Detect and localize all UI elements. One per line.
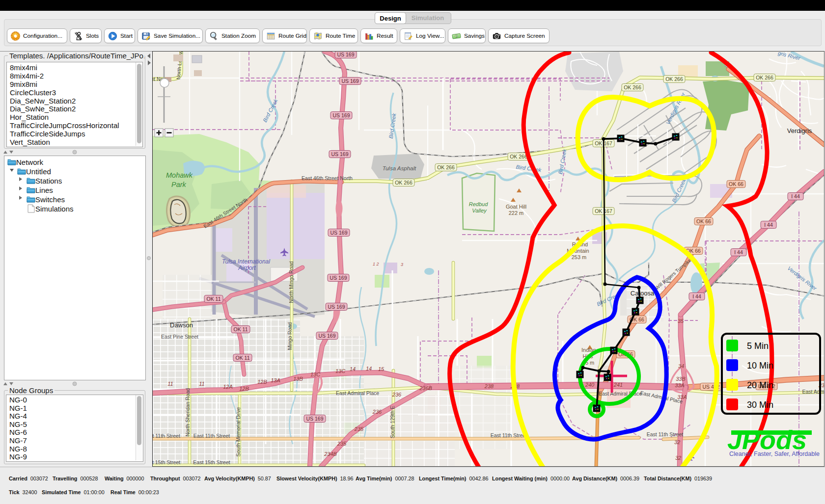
svg-text:Tulsa International: Tulsa International bbox=[222, 258, 270, 265]
svg-text:14: 14 bbox=[350, 366, 356, 372]
svg-text:JPods: JPods bbox=[727, 425, 807, 454]
svg-text:Catoosa: Catoosa bbox=[631, 290, 655, 297]
svg-text:East 46th Street North: East 46th Street North bbox=[302, 175, 353, 181]
svg-text:East Pine Street: East Pine Street bbox=[161, 334, 198, 340]
svg-text:I 44: I 44 bbox=[791, 193, 800, 199]
svg-text:236: 236 bbox=[392, 392, 402, 398]
svg-text:236B: 236B bbox=[419, 385, 432, 391]
svg-text:US 169: US 169 bbox=[331, 151, 348, 157]
svg-text:Mohawk: Mohawk bbox=[166, 171, 193, 179]
svg-text:Verdigris: Verdigris bbox=[787, 127, 812, 134]
svg-text:US 169: US 169 bbox=[337, 52, 354, 57]
svg-text:OK 266: OK 266 bbox=[756, 75, 773, 80]
svg-text:10 Min: 10 Min bbox=[747, 361, 773, 371]
svg-text:Goat Hill: Goat Hill bbox=[506, 204, 526, 210]
svg-text:30 Min: 30 Min bbox=[747, 400, 773, 410]
svg-text:US 169: US 169 bbox=[330, 275, 347, 281]
svg-text:OK 266: OK 266 bbox=[395, 180, 412, 186]
svg-text:st 15th Street: st 15th Street bbox=[153, 459, 180, 465]
svg-text:Tulsa Asphalt: Tulsa Asphalt bbox=[383, 165, 416, 171]
svg-text:15: 15 bbox=[378, 366, 385, 372]
svg-text:11: 11 bbox=[199, 381, 204, 387]
svg-text:13B: 13B bbox=[293, 376, 303, 382]
svg-text:14: 14 bbox=[366, 366, 372, 371]
svg-text:OK 266: OK 266 bbox=[665, 76, 683, 82]
svg-text:US 169: US 169 bbox=[318, 333, 335, 339]
svg-text:222 m: 222 m bbox=[509, 210, 524, 216]
svg-text:US 169: US 169 bbox=[341, 78, 358, 84]
svg-text:5 Min: 5 Min bbox=[747, 341, 769, 351]
svg-text:11: 11 bbox=[167, 381, 173, 387]
svg-text:241: 241 bbox=[613, 382, 623, 388]
svg-text:US 169: US 169 bbox=[328, 304, 345, 310]
svg-text:East 11th Street: East 11th Street bbox=[491, 432, 527, 438]
svg-text:32: 32 bbox=[674, 439, 680, 445]
svg-text:35: 35 bbox=[678, 318, 684, 324]
svg-text:$: $ bbox=[456, 35, 457, 37]
svg-text:32: 32 bbox=[675, 455, 681, 461]
svg-text:1 2: 1 2 bbox=[373, 262, 379, 266]
svg-text:235: 235 bbox=[337, 441, 347, 447]
svg-text:US 169: US 169 bbox=[332, 112, 350, 118]
svg-text:Airport: Airport bbox=[238, 265, 256, 271]
svg-text:OK 66: OK 66 bbox=[696, 218, 711, 224]
svg-text:20 Min: 20 Min bbox=[747, 380, 773, 390]
svg-text:234B: 234B bbox=[324, 451, 337, 457]
svg-text:South 129th E: South 129th E bbox=[389, 406, 395, 439]
svg-text:240: 240 bbox=[585, 382, 595, 388]
svg-text:33A: 33A bbox=[675, 382, 685, 388]
svg-text:I 44: I 44 bbox=[764, 222, 773, 228]
svg-text:238: 238 bbox=[484, 383, 494, 389]
svg-text:13C: 13C bbox=[310, 371, 320, 377]
svg-text:Dawson: Dawson bbox=[170, 321, 193, 329]
svg-text:East Admiral Place: East Admiral Place bbox=[336, 390, 379, 396]
svg-text:12B: 12B bbox=[239, 386, 249, 392]
svg-text:OK 167: OK 167 bbox=[595, 208, 612, 214]
svg-text:OK 11: OK 11 bbox=[207, 296, 221, 302]
svg-text:13A: 13A bbox=[271, 377, 280, 383]
svg-text:I 44: I 44 bbox=[692, 293, 701, 299]
svg-text:OK 266: OK 266 bbox=[624, 84, 641, 90]
svg-text:East 11th Street: East 11th Street bbox=[647, 431, 684, 437]
svg-text:East 15th Street: East 15th Street bbox=[193, 459, 230, 465]
svg-text:North Sheridan Road: North Sheridan Road bbox=[185, 388, 191, 437]
svg-text:Mingo Road: Mingo Road bbox=[287, 322, 293, 350]
svg-text:North Mingo Road: North Mingo Road bbox=[288, 261, 294, 303]
svg-text:OK 11: OK 11 bbox=[234, 326, 248, 332]
svg-text:13C: 13C bbox=[335, 368, 345, 374]
svg-text:US 169: US 169 bbox=[330, 230, 347, 236]
svg-text:33B: 33B bbox=[676, 376, 686, 382]
svg-text:st 11th Street: st 11th Street bbox=[153, 433, 180, 439]
svg-text:I 44: I 44 bbox=[734, 249, 743, 255]
svg-text:Redbud: Redbud bbox=[469, 201, 488, 207]
svg-text:South Memorial Drive: South Memorial Drive bbox=[235, 407, 241, 456]
svg-text:236: 236 bbox=[372, 409, 382, 415]
svg-text:US 169: US 169 bbox=[306, 416, 323, 422]
svg-text:12A: 12A bbox=[223, 384, 233, 390]
svg-text:Park: Park bbox=[171, 181, 187, 188]
svg-text:34: 34 bbox=[678, 363, 684, 369]
svg-text:235: 235 bbox=[354, 426, 364, 432]
svg-text:OK 266: OK 266 bbox=[510, 154, 527, 159]
svg-text:Cleaner, Faster, Safer, Afford: Cleaner, Faster, Safer, Affordable bbox=[729, 451, 820, 457]
svg-text:East 11th Street: East 11th Street bbox=[193, 433, 230, 439]
svg-text:3: 3 bbox=[401, 262, 403, 267]
svg-text:253 m: 253 m bbox=[572, 254, 587, 260]
svg-text:OK 266: OK 266 bbox=[437, 164, 455, 170]
svg-text:OK 66: OK 66 bbox=[729, 181, 743, 187]
svg-text:Valley: Valley bbox=[472, 208, 487, 213]
svg-text:12B: 12B bbox=[257, 379, 267, 385]
svg-text:OK 11: OK 11 bbox=[236, 355, 250, 361]
